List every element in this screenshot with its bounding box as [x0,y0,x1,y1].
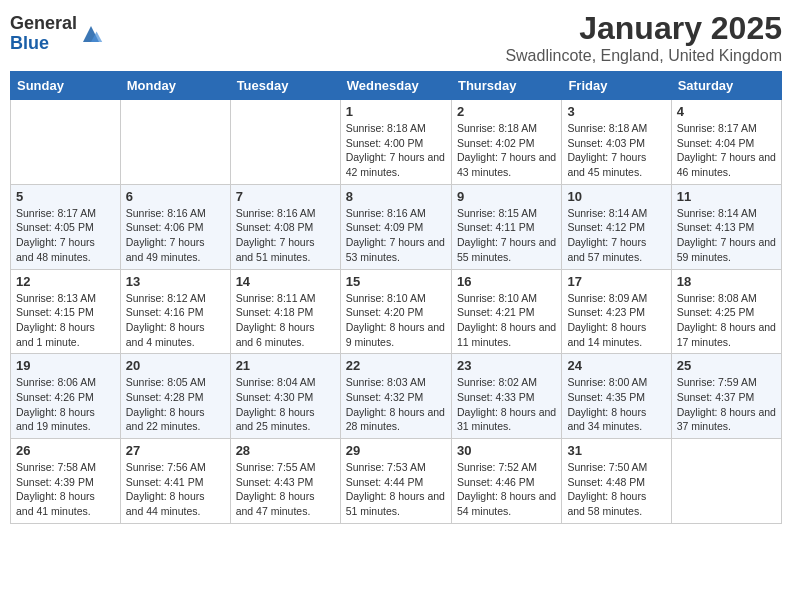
day-number: 29 [346,443,446,458]
day-number: 15 [346,274,446,289]
day-number: 14 [236,274,335,289]
logo-blue-text: Blue [10,34,77,54]
day-number: 12 [16,274,115,289]
day-info: Sunrise: 8:18 AM Sunset: 4:00 PM Dayligh… [346,121,446,180]
day-number: 16 [457,274,556,289]
day-info: Sunrise: 8:09 AM Sunset: 4:23 PM Dayligh… [567,291,665,350]
day-info: Sunrise: 8:18 AM Sunset: 4:02 PM Dayligh… [457,121,556,180]
calendar-cell: 24Sunrise: 8:00 AM Sunset: 4:35 PM Dayli… [562,354,671,439]
day-number: 21 [236,358,335,373]
day-number: 8 [346,189,446,204]
day-info: Sunrise: 8:17 AM Sunset: 4:05 PM Dayligh… [16,206,115,265]
day-info: Sunrise: 8:16 AM Sunset: 4:09 PM Dayligh… [346,206,446,265]
calendar-cell [120,100,230,185]
day-number: 25 [677,358,776,373]
day-number: 10 [567,189,665,204]
calendar-cell: 13Sunrise: 8:12 AM Sunset: 4:16 PM Dayli… [120,269,230,354]
calendar-table: SundayMondayTuesdayWednesdayThursdayFrid… [10,71,782,524]
calendar-cell: 28Sunrise: 7:55 AM Sunset: 4:43 PM Dayli… [230,439,340,524]
day-info: Sunrise: 8:00 AM Sunset: 4:35 PM Dayligh… [567,375,665,434]
day-info: Sunrise: 8:16 AM Sunset: 4:06 PM Dayligh… [126,206,225,265]
calendar-week-row: 5Sunrise: 8:17 AM Sunset: 4:05 PM Daylig… [11,184,782,269]
day-number: 4 [677,104,776,119]
col-header-monday: Monday [120,72,230,100]
calendar-cell: 23Sunrise: 8:02 AM Sunset: 4:33 PM Dayli… [451,354,561,439]
calendar-week-row: 12Sunrise: 8:13 AM Sunset: 4:15 PM Dayli… [11,269,782,354]
calendar-cell: 9Sunrise: 8:15 AM Sunset: 4:11 PM Daylig… [451,184,561,269]
day-number: 19 [16,358,115,373]
col-header-saturday: Saturday [671,72,781,100]
calendar-cell: 6Sunrise: 8:16 AM Sunset: 4:06 PM Daylig… [120,184,230,269]
calendar-cell: 10Sunrise: 8:14 AM Sunset: 4:12 PM Dayli… [562,184,671,269]
day-info: Sunrise: 8:10 AM Sunset: 4:21 PM Dayligh… [457,291,556,350]
col-header-tuesday: Tuesday [230,72,340,100]
day-info: Sunrise: 8:15 AM Sunset: 4:11 PM Dayligh… [457,206,556,265]
calendar-cell: 4Sunrise: 8:17 AM Sunset: 4:04 PM Daylig… [671,100,781,185]
day-info: Sunrise: 7:59 AM Sunset: 4:37 PM Dayligh… [677,375,776,434]
day-info: Sunrise: 8:02 AM Sunset: 4:33 PM Dayligh… [457,375,556,434]
calendar-cell: 21Sunrise: 8:04 AM Sunset: 4:30 PM Dayli… [230,354,340,439]
calendar-cell: 8Sunrise: 8:16 AM Sunset: 4:09 PM Daylig… [340,184,451,269]
day-info: Sunrise: 8:13 AM Sunset: 4:15 PM Dayligh… [16,291,115,350]
day-info: Sunrise: 8:17 AM Sunset: 4:04 PM Dayligh… [677,121,776,180]
day-number: 7 [236,189,335,204]
day-info: Sunrise: 8:04 AM Sunset: 4:30 PM Dayligh… [236,375,335,434]
day-number: 1 [346,104,446,119]
month-title: January 2025 [505,10,782,47]
calendar-cell: 11Sunrise: 8:14 AM Sunset: 4:13 PM Dayli… [671,184,781,269]
day-info: Sunrise: 7:58 AM Sunset: 4:39 PM Dayligh… [16,460,115,519]
calendar-cell: 14Sunrise: 8:11 AM Sunset: 4:18 PM Dayli… [230,269,340,354]
calendar-cell: 7Sunrise: 8:16 AM Sunset: 4:08 PM Daylig… [230,184,340,269]
day-info: Sunrise: 7:53 AM Sunset: 4:44 PM Dayligh… [346,460,446,519]
calendar-cell: 26Sunrise: 7:58 AM Sunset: 4:39 PM Dayli… [11,439,121,524]
day-info: Sunrise: 7:52 AM Sunset: 4:46 PM Dayligh… [457,460,556,519]
day-number: 31 [567,443,665,458]
calendar-cell: 1Sunrise: 8:18 AM Sunset: 4:00 PM Daylig… [340,100,451,185]
calendar-cell: 30Sunrise: 7:52 AM Sunset: 4:46 PM Dayli… [451,439,561,524]
calendar-cell: 16Sunrise: 8:10 AM Sunset: 4:21 PM Dayli… [451,269,561,354]
calendar-cell: 25Sunrise: 7:59 AM Sunset: 4:37 PM Dayli… [671,354,781,439]
day-number: 23 [457,358,556,373]
calendar-cell: 15Sunrise: 8:10 AM Sunset: 4:20 PM Dayli… [340,269,451,354]
day-number: 5 [16,189,115,204]
day-number: 26 [16,443,115,458]
calendar-cell: 2Sunrise: 8:18 AM Sunset: 4:02 PM Daylig… [451,100,561,185]
calendar-cell [11,100,121,185]
day-number: 20 [126,358,225,373]
day-info: Sunrise: 8:08 AM Sunset: 4:25 PM Dayligh… [677,291,776,350]
calendar-week-row: 19Sunrise: 8:06 AM Sunset: 4:26 PM Dayli… [11,354,782,439]
calendar-cell [671,439,781,524]
calendar-cell: 3Sunrise: 8:18 AM Sunset: 4:03 PM Daylig… [562,100,671,185]
calendar-cell: 18Sunrise: 8:08 AM Sunset: 4:25 PM Dayli… [671,269,781,354]
col-header-thursday: Thursday [451,72,561,100]
col-header-friday: Friday [562,72,671,100]
calendar-cell: 31Sunrise: 7:50 AM Sunset: 4:48 PM Dayli… [562,439,671,524]
logo-icon [79,22,103,46]
calendar-cell: 29Sunrise: 7:53 AM Sunset: 4:44 PM Dayli… [340,439,451,524]
day-number: 22 [346,358,446,373]
day-info: Sunrise: 8:16 AM Sunset: 4:08 PM Dayligh… [236,206,335,265]
day-number: 17 [567,274,665,289]
calendar-cell: 19Sunrise: 8:06 AM Sunset: 4:26 PM Dayli… [11,354,121,439]
logo-general-text: General [10,14,77,34]
calendar-header-row: SundayMondayTuesdayWednesdayThursdayFrid… [11,72,782,100]
calendar-cell: 22Sunrise: 8:03 AM Sunset: 4:32 PM Dayli… [340,354,451,439]
day-number: 2 [457,104,556,119]
day-info: Sunrise: 7:50 AM Sunset: 4:48 PM Dayligh… [567,460,665,519]
day-info: Sunrise: 8:14 AM Sunset: 4:12 PM Dayligh… [567,206,665,265]
location-subtitle: Swadlincote, England, United Kingdom [505,47,782,65]
day-info: Sunrise: 8:14 AM Sunset: 4:13 PM Dayligh… [677,206,776,265]
day-number: 9 [457,189,556,204]
day-info: Sunrise: 8:18 AM Sunset: 4:03 PM Dayligh… [567,121,665,180]
calendar-cell: 17Sunrise: 8:09 AM Sunset: 4:23 PM Dayli… [562,269,671,354]
day-number: 3 [567,104,665,119]
day-number: 28 [236,443,335,458]
day-info: Sunrise: 8:12 AM Sunset: 4:16 PM Dayligh… [126,291,225,350]
day-number: 6 [126,189,225,204]
calendar-week-row: 26Sunrise: 7:58 AM Sunset: 4:39 PM Dayli… [11,439,782,524]
day-info: Sunrise: 8:03 AM Sunset: 4:32 PM Dayligh… [346,375,446,434]
logo: General Blue [10,14,103,54]
calendar-cell: 12Sunrise: 8:13 AM Sunset: 4:15 PM Dayli… [11,269,121,354]
calendar-cell: 27Sunrise: 7:56 AM Sunset: 4:41 PM Dayli… [120,439,230,524]
day-number: 18 [677,274,776,289]
